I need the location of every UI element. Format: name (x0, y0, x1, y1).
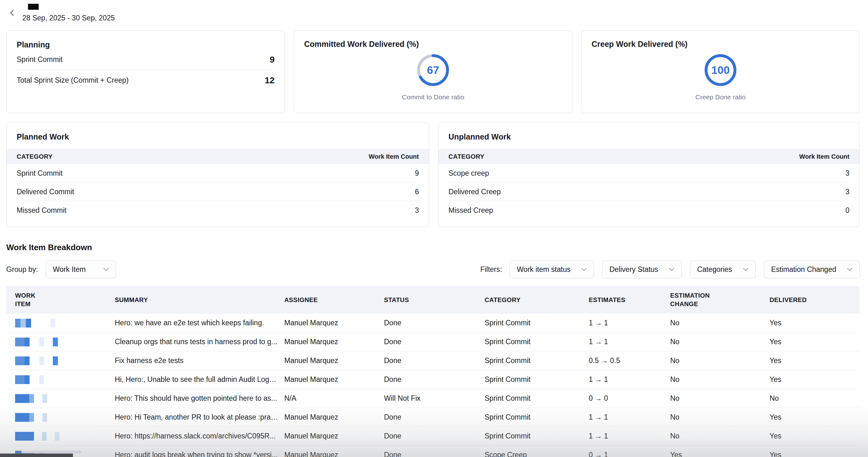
cell-category: Sprint Commit (485, 413, 589, 422)
cell-summary: Cleanup orgs that runs tests in harness … (115, 337, 284, 346)
redaction-block (29, 413, 34, 422)
cell-estimates: 1 → 1 (589, 432, 670, 440)
redaction-block (15, 337, 25, 346)
work-item-row[interactable]: Hero: https://harness.slack.com/archives… (6, 427, 860, 446)
table-row: Delivered Creep 3 (448, 183, 849, 201)
redaction-block (39, 375, 44, 384)
redacted-work-item-id (15, 375, 110, 384)
cell-assignee: Manuel Marquez (284, 356, 384, 365)
column-header: STATUS (384, 296, 485, 304)
committed-gauge: 67 (415, 52, 451, 88)
redaction-block (42, 432, 46, 440)
work-item-row[interactable]: Cleanup orgs that runs tests in harness … (6, 332, 860, 351)
redaction-gap (44, 356, 53, 365)
redaction-block (42, 413, 47, 422)
cell-summary: Hero: we have an e2e test which keeps fa… (115, 319, 284, 327)
cell-summary: Hero: https://harness.slack.com/archives… (115, 432, 284, 440)
cell-estimation-change: No (670, 432, 770, 440)
redaction-block (15, 432, 34, 440)
redaction-block (42, 394, 47, 403)
date-range: 28 Sep, 2025 - 30 Sep, 2025 (22, 14, 115, 22)
chevron-down-icon (103, 268, 109, 271)
planning-row-label: Total Sprint Size (Commit + Creep) (17, 76, 129, 85)
cell-category: Sprint Commit (485, 432, 589, 440)
cell-estimation-change: No (670, 375, 770, 384)
work-item-row[interactable]: Hero: Hi Team, another PR to look at ple… (6, 408, 860, 427)
chevron-down-icon (669, 268, 675, 271)
redaction-block (15, 394, 29, 403)
cell-delivered: Yes (770, 356, 860, 365)
redaction-block (25, 375, 30, 384)
cell-delivered: Yes (770, 337, 860, 346)
redacted-work-item-id (15, 337, 110, 346)
cell-estimates: 0 → 0 (589, 394, 670, 403)
cell-estimation-change: No (670, 356, 770, 365)
back-button[interactable] (7, 8, 17, 18)
redaction-block (25, 356, 30, 365)
chevron-down-icon (847, 268, 852, 271)
redaction-gap (31, 319, 51, 327)
row-count: 3 (415, 206, 419, 215)
unplanned-work-rows: Scope creep 3 Delivered Creep 3 Missed C… (438, 164, 860, 220)
table-row: Scope creep 3 (448, 164, 849, 183)
group-by-dropdown[interactable]: Work Item (45, 261, 116, 279)
filter-dropdown[interactable]: Delivery Status (602, 261, 682, 279)
column-header: SUMMARY (115, 296, 284, 304)
filter-dropdown-label: Estimation Changed (771, 265, 836, 274)
redaction-gap (34, 413, 42, 422)
column-header-count: Work Item Count (369, 153, 419, 160)
redaction-block (25, 337, 30, 346)
cell-assignee: Manuel Marquez (284, 413, 384, 422)
unplanned-work-card: Unplanned Work CATEGORY Work Item Count … (438, 123, 860, 227)
cell-summary: Hero: audit logs break when trying to sh… (115, 451, 284, 457)
column-header: ASSIGNEE (284, 296, 384, 304)
cell-status: Done (384, 319, 485, 327)
redaction-block (53, 337, 58, 346)
cell-delivered: Yes (770, 319, 860, 327)
group-by-control: Group by: Work Item (6, 261, 116, 279)
filter-dropdown[interactable]: Categories (690, 261, 756, 279)
redaction-block (15, 356, 25, 365)
redaction-block (15, 413, 29, 422)
breakdown-title: Work Item Breakdown (6, 242, 860, 252)
cell-status: Done (384, 413, 485, 422)
filter-dropdown[interactable]: Work item status (509, 261, 594, 279)
work-item-row[interactable]: Hero: audit logs break when trying to sh… (6, 446, 860, 457)
cell-status: Will Not Fix (384, 394, 485, 403)
work-item-row[interactable]: Fix harness e2e tests Manuel Marquez Don… (6, 351, 860, 370)
cell-assignee: N/A (284, 394, 384, 403)
work-item-row[interactable]: Hero: This should have gotten pointed he… (6, 389, 860, 408)
planning-row-label: Sprint Commit (17, 55, 63, 64)
redaction-block (39, 337, 44, 346)
redaction-block (55, 432, 59, 440)
redaction-block (53, 356, 58, 365)
cell-estimation-change: Yes (670, 451, 770, 457)
filter-dropdown-label: Categories (697, 265, 732, 274)
redaction-block (51, 319, 55, 327)
work-tables-row: Planned Work CATEGORY Work Item Count Sp… (6, 123, 860, 227)
work-item-row[interactable]: Hi, Hero:, Unable to see the full admin … (6, 370, 860, 389)
row-count: 0 (845, 206, 849, 215)
cell-summary: Hero: This should have gotten pointed he… (115, 394, 284, 403)
cell-estimates: 0.5 → 0.5 (589, 356, 670, 365)
cell-estimation-change: No (670, 413, 770, 422)
column-header: CATEGORY (485, 296, 589, 304)
creep-gauge: 100 (702, 52, 739, 88)
redaction-gap (30, 375, 39, 384)
cell-estimates: 1 → 1 (589, 413, 670, 422)
work-item-row[interactable]: Hero: we have an e2e test which keeps fa… (6, 314, 860, 332)
row-category: Delivered Commit (17, 188, 74, 196)
filter-dropdown[interactable]: Estimation Changed (764, 261, 860, 279)
row-category: Missed Creep (448, 206, 493, 215)
redaction-gap (30, 337, 39, 346)
cell-category: Scope Creep (485, 451, 589, 457)
cell-category: Sprint Commit (485, 375, 589, 384)
planning-row-value: 9 (270, 55, 275, 65)
breakdown-toolbar: Group by: Work Item Filters: Work item s… (6, 261, 860, 279)
column-header: ESTIMATES (589, 296, 670, 304)
cell-estimates: 1 → 1 (589, 337, 670, 346)
redacted-work-item-id (15, 413, 110, 422)
filter-dropdowns: Work item status Delivery Status (509, 261, 860, 279)
cell-delivered: Yes (770, 451, 860, 457)
redacted-work-item-id (15, 356, 110, 365)
